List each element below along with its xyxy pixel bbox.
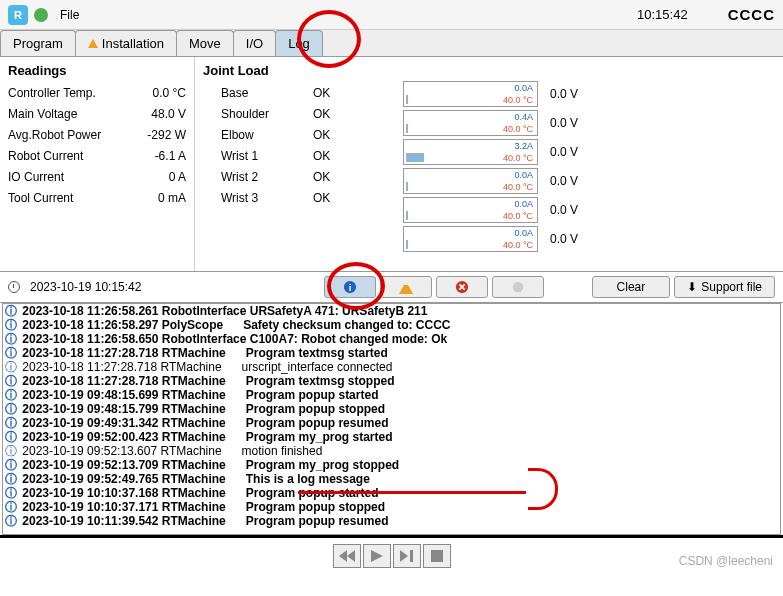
info-icon: ⓘ xyxy=(3,304,19,318)
svg-rect-5 xyxy=(431,550,443,562)
reading-value: 48.0 V xyxy=(151,107,186,121)
log-text: 2023-10-19 09:52:49.765 RTMachine This i… xyxy=(19,472,370,486)
joint-status: OK xyxy=(313,191,330,205)
meter-bar: 0.4A40.0 °C xyxy=(403,110,538,136)
joint-row: ShoulderOK xyxy=(203,107,387,121)
watermark: CSDN @leecheni xyxy=(679,554,773,568)
log-text: 2023-10-19 10:10:37.168 RTMachine Progra… xyxy=(19,486,378,500)
tab-io[interactable]: I/O xyxy=(233,30,276,56)
svg-rect-4 xyxy=(410,550,413,562)
reading-row: Tool Current0 mA xyxy=(8,191,186,205)
log-line[interactable]: ⓘ 2023-10-18 11:27:28.718 RTMachine ursc… xyxy=(3,360,780,374)
log-line[interactable]: ⓘ 2023-10-18 11:27:28.718 RTMachine Prog… xyxy=(3,374,780,388)
log-text: 2023-10-19 09:52:13.607 RTMachine motion… xyxy=(19,444,322,458)
log-line[interactable]: ⓘ 2023-10-19 10:10:37.171 RTMachine Prog… xyxy=(3,500,780,514)
warning-icon xyxy=(399,280,413,294)
joint-name: Shoulder xyxy=(203,107,313,121)
ur-logo-icon: R xyxy=(8,5,28,25)
log-text: 2023-10-18 11:26:58.297 PolyScope Safety… xyxy=(19,318,451,332)
joint-row: Wrist 3OK xyxy=(203,191,387,205)
joint-name: Wrist 2 xyxy=(203,170,313,184)
meter-amps: 0.0A xyxy=(514,83,533,93)
tab-move[interactable]: Move xyxy=(176,30,234,56)
filter-disabled-button[interactable] xyxy=(492,276,544,298)
meter-temp: 40.0 °C xyxy=(503,240,533,250)
meter-volts: 0.0 V xyxy=(550,87,578,101)
info-icon: ⓘ xyxy=(3,346,19,360)
meter-row: 0.0A40.0 °C0.0 V xyxy=(403,81,775,107)
filter-error-button[interactable] xyxy=(436,276,488,298)
file-menu[interactable]: File xyxy=(60,8,79,22)
log-text: 2023-10-18 11:26:58.261 RobotInterface U… xyxy=(19,304,427,318)
log-line[interactable]: ⓘ 2023-10-19 09:52:49.765 RTMachine This… xyxy=(3,472,780,486)
main-tabs: Program Installation Move I/O Log xyxy=(0,30,783,57)
rewind-button[interactable] xyxy=(333,544,361,568)
meter-bar: 0.0A40.0 °C xyxy=(403,226,538,252)
log-line[interactable]: ⓘ 2023-10-18 11:27:28.718 RTMachine Prog… xyxy=(3,346,780,360)
meter-volts: 0.0 V xyxy=(550,203,578,217)
log-line[interactable]: ⓘ 2023-10-19 10:11:39.542 RTMachine Prog… xyxy=(3,514,780,528)
log-area[interactable]: ⓘ 2023-10-18 11:26:58.261 RobotInterface… xyxy=(2,303,781,535)
reading-value: -6.1 A xyxy=(155,149,186,163)
step-button[interactable] xyxy=(393,544,421,568)
tab-installation[interactable]: Installation xyxy=(75,30,177,56)
info-icon: ⓘ xyxy=(3,416,19,430)
meter-volts: 0.0 V xyxy=(550,232,578,246)
log-text: 2023-10-19 09:48:15.699 RTMachine Progra… xyxy=(19,388,378,402)
meter-bar: 3.2A40.0 °C xyxy=(403,139,538,165)
log-line[interactable]: ⓘ 2023-10-19 09:52:00.423 RTMachine Prog… xyxy=(3,430,780,444)
meter-volts: 0.0 V xyxy=(550,116,578,130)
filter-info-button[interactable]: i xyxy=(324,276,376,298)
clear-button[interactable]: Clear xyxy=(592,276,671,298)
meters-panel: 0.0A40.0 °C0.0 V0.4A40.0 °C0.0 V3.2A40.0… xyxy=(395,57,783,271)
joint-name: Wrist 1 xyxy=(203,149,313,163)
log-line[interactable]: ⓘ 2023-10-19 09:52:13.709 RTMachine Prog… xyxy=(3,458,780,472)
info-icon: ⓘ xyxy=(3,318,19,332)
log-timestamp: 2023-10-19 10:15:42 xyxy=(30,280,141,294)
reading-row: Controller Temp.0.0 °C xyxy=(8,86,186,100)
log-line[interactable]: ⓘ 2023-10-18 11:26:58.297 PolyScope Safe… xyxy=(3,318,780,332)
reading-label: Robot Current xyxy=(8,149,83,163)
info-icon: ⓘ xyxy=(3,332,19,346)
log-line[interactable]: ⓘ 2023-10-19 10:10:37.168 RTMachine Prog… xyxy=(3,486,780,500)
meter-amps: 3.2A xyxy=(514,141,533,151)
joint-name: Base xyxy=(203,86,313,100)
log-line[interactable]: ⓘ 2023-10-19 09:48:15.799 RTMachine Prog… xyxy=(3,402,780,416)
stop-button[interactable] xyxy=(423,544,451,568)
joint-status: OK xyxy=(313,107,330,121)
log-line[interactable]: ⓘ 2023-10-19 09:52:13.607 RTMachine moti… xyxy=(3,444,780,458)
log-text: 2023-10-18 11:26:58.650 RobotInterface C… xyxy=(19,332,447,346)
play-button[interactable] xyxy=(363,544,391,568)
readings-panel: Readings Controller Temp.0.0 °CMain Volt… xyxy=(0,57,195,271)
safety-status: CCCC xyxy=(728,6,775,23)
reading-value: 0.0 °C xyxy=(153,86,186,100)
joint-status: OK xyxy=(313,128,330,142)
log-line[interactable]: ⓘ 2023-10-18 11:26:58.650 RobotInterface… xyxy=(3,332,780,346)
readings-title: Readings xyxy=(8,63,186,78)
info-icon: ⓘ xyxy=(3,402,19,416)
joint-row: Wrist 2OK xyxy=(203,170,387,184)
reading-row: Avg.Robot Power-292 W xyxy=(8,128,186,142)
info-icon: ⓘ xyxy=(3,458,19,472)
joint-load-panel: Joint Load BaseOKShoulderOKElbowOKWrist … xyxy=(195,57,395,271)
joint-row: BaseOK xyxy=(203,86,387,100)
log-line[interactable]: ⓘ 2023-10-19 09:48:15.699 RTMachine Prog… xyxy=(3,388,780,402)
meter-volts: 0.0 V xyxy=(550,174,578,188)
joint-status: OK xyxy=(313,86,330,100)
meter-amps: 0.0A xyxy=(514,199,533,209)
log-line[interactable]: ⓘ 2023-10-19 09:49:31.342 RTMachine Prog… xyxy=(3,416,780,430)
tab-program[interactable]: Program xyxy=(0,30,76,56)
reading-label: IO Current xyxy=(8,170,64,184)
meter-row: 0.0A40.0 °C0.0 V xyxy=(403,168,775,194)
meter-bar: 0.0A40.0 °C xyxy=(403,81,538,107)
support-file-button[interactable]: ⬇Support file xyxy=(674,276,775,298)
svg-point-3 xyxy=(512,282,523,293)
info-icon: ⓘ xyxy=(3,486,19,500)
reading-value: 0 A xyxy=(169,170,186,184)
meter-row: 0.0A40.0 °C0.0 V xyxy=(403,197,775,223)
filter-warning-button[interactable] xyxy=(380,276,432,298)
reading-label: Controller Temp. xyxy=(8,86,96,100)
tab-log[interactable]: Log xyxy=(275,30,323,56)
reading-label: Tool Current xyxy=(8,191,73,205)
log-line[interactable]: ⓘ 2023-10-18 11:26:58.261 RobotInterface… xyxy=(3,304,780,318)
